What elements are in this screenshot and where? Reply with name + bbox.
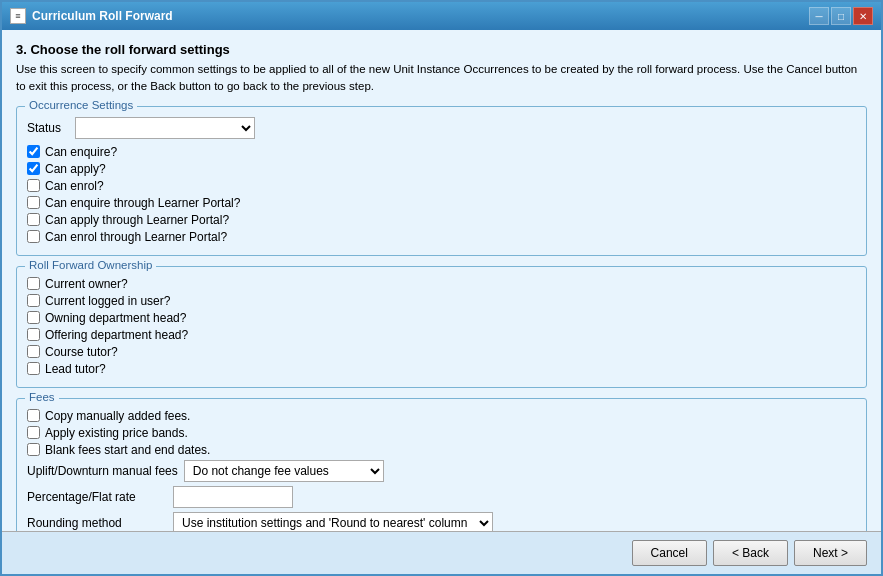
window-icon: ≡ bbox=[10, 8, 26, 24]
rounding-row: Rounding method Use institution settings… bbox=[27, 512, 856, 532]
rounding-label: Rounding method bbox=[27, 516, 167, 530]
offering-dept-head-label: Offering department head? bbox=[45, 328, 188, 342]
can-enquire-row: Can enquire? bbox=[27, 145, 856, 159]
course-tutor-row: Course tutor? bbox=[27, 345, 856, 359]
minimize-button[interactable]: ─ bbox=[809, 7, 829, 25]
status-row: Status bbox=[27, 117, 856, 139]
owning-dept-head-checkbox[interactable] bbox=[27, 311, 40, 324]
step-header: 3. Choose the roll forward settings Use … bbox=[16, 42, 867, 96]
can-apply-label: Can apply? bbox=[45, 162, 106, 176]
rounding-select[interactable]: Use institution settings and 'Round to n… bbox=[173, 512, 493, 532]
copy-manually-row: Copy manually added fees. bbox=[27, 409, 856, 423]
percentage-input[interactable] bbox=[173, 486, 293, 508]
occurrence-settings-legend: Occurrence Settings bbox=[25, 99, 137, 111]
back-button[interactable]: < Back bbox=[713, 540, 788, 566]
blank-fees-dates-label: Blank fees start and end dates. bbox=[45, 443, 210, 457]
apply-price-bands-row: Apply existing price bands. bbox=[27, 426, 856, 440]
maximize-button[interactable]: □ bbox=[831, 7, 851, 25]
current-logged-in-checkbox[interactable] bbox=[27, 294, 40, 307]
current-logged-in-row: Current logged in user? bbox=[27, 294, 856, 308]
step-description: Use this screen to specify common settin… bbox=[16, 61, 867, 96]
uplift-row: Uplift/Downturn manual fees Do not chang… bbox=[27, 460, 856, 482]
occurrence-settings-section: Occurrence Settings Status Can enquire? … bbox=[16, 106, 867, 256]
current-logged-in-label: Current logged in user? bbox=[45, 294, 170, 308]
apply-price-bands-checkbox[interactable] bbox=[27, 426, 40, 439]
fees-body: Copy manually added fees. Apply existing… bbox=[27, 409, 856, 532]
apply-price-bands-label: Apply existing price bands. bbox=[45, 426, 188, 440]
can-enquire-portal-checkbox[interactable] bbox=[27, 196, 40, 209]
cancel-button[interactable]: Cancel bbox=[632, 540, 707, 566]
copy-manually-label: Copy manually added fees. bbox=[45, 409, 190, 423]
copy-manually-checkbox[interactable] bbox=[27, 409, 40, 422]
title-bar-controls: ─ □ ✕ bbox=[809, 7, 873, 25]
can-apply-row: Can apply? bbox=[27, 162, 856, 176]
percentage-label: Percentage/Flat rate bbox=[27, 490, 167, 504]
roll-forward-ownership-legend: Roll Forward Ownership bbox=[25, 259, 156, 271]
can-enrol-checkbox[interactable] bbox=[27, 179, 40, 192]
blank-fees-dates-checkbox[interactable] bbox=[27, 443, 40, 456]
fees-section: Fees Copy manually added fees. Apply exi… bbox=[16, 398, 867, 532]
uplift-select[interactable]: Do not change fee values Uplift by perce… bbox=[184, 460, 384, 482]
status-label: Status bbox=[27, 121, 67, 135]
uplift-label: Uplift/Downturn manual fees bbox=[27, 464, 178, 478]
occurrence-settings-body: Status Can enquire? Can apply? Can enrol… bbox=[27, 117, 856, 244]
can-apply-portal-checkbox[interactable] bbox=[27, 213, 40, 226]
roll-forward-ownership-body: Current owner? Current logged in user? O… bbox=[27, 277, 856, 376]
title-bar-left: ≡ Curriculum Roll Forward bbox=[10, 8, 173, 24]
course-tutor-label: Course tutor? bbox=[45, 345, 118, 359]
current-owner-row: Current owner? bbox=[27, 277, 856, 291]
can-apply-portal-label: Can apply through Learner Portal? bbox=[45, 213, 229, 227]
can-enquire-portal-label: Can enquire through Learner Portal? bbox=[45, 196, 240, 210]
owning-dept-head-label: Owning department head? bbox=[45, 311, 186, 325]
course-tutor-checkbox[interactable] bbox=[27, 345, 40, 358]
current-owner-label: Current owner? bbox=[45, 277, 128, 291]
can-enrol-portal-row: Can enrol through Learner Portal? bbox=[27, 230, 856, 244]
window-title: Curriculum Roll Forward bbox=[32, 9, 173, 23]
step-title: 3. Choose the roll forward settings bbox=[16, 42, 867, 57]
offering-dept-head-checkbox[interactable] bbox=[27, 328, 40, 341]
can-enquire-portal-row: Can enquire through Learner Portal? bbox=[27, 196, 856, 210]
content-area: 3. Choose the roll forward settings Use … bbox=[2, 30, 881, 531]
title-bar: ≡ Curriculum Roll Forward ─ □ ✕ bbox=[2, 2, 881, 30]
can-enrol-portal-checkbox[interactable] bbox=[27, 230, 40, 243]
roll-forward-ownership-section: Roll Forward Ownership Current owner? Cu… bbox=[16, 266, 867, 388]
footer: Cancel < Back Next > bbox=[2, 531, 881, 574]
close-button[interactable]: ✕ bbox=[853, 7, 873, 25]
can-enquire-checkbox[interactable] bbox=[27, 145, 40, 158]
can-apply-portal-row: Can apply through Learner Portal? bbox=[27, 213, 856, 227]
blank-fees-dates-row: Blank fees start and end dates. bbox=[27, 443, 856, 457]
lead-tutor-row: Lead tutor? bbox=[27, 362, 856, 376]
lead-tutor-checkbox[interactable] bbox=[27, 362, 40, 375]
can-enquire-label: Can enquire? bbox=[45, 145, 117, 159]
can-enrol-portal-label: Can enrol through Learner Portal? bbox=[45, 230, 227, 244]
offering-dept-head-row: Offering department head? bbox=[27, 328, 856, 342]
status-select[interactable] bbox=[75, 117, 255, 139]
next-button[interactable]: Next > bbox=[794, 540, 867, 566]
owning-dept-head-row: Owning department head? bbox=[27, 311, 856, 325]
can-enrol-row: Can enrol? bbox=[27, 179, 856, 193]
percentage-row: Percentage/Flat rate bbox=[27, 486, 856, 508]
can-enrol-label: Can enrol? bbox=[45, 179, 104, 193]
lead-tutor-label: Lead tutor? bbox=[45, 362, 106, 376]
main-window: ≡ Curriculum Roll Forward ─ □ ✕ 3. Choos… bbox=[0, 0, 883, 576]
fees-legend: Fees bbox=[25, 391, 59, 403]
current-owner-checkbox[interactable] bbox=[27, 277, 40, 290]
can-apply-checkbox[interactable] bbox=[27, 162, 40, 175]
